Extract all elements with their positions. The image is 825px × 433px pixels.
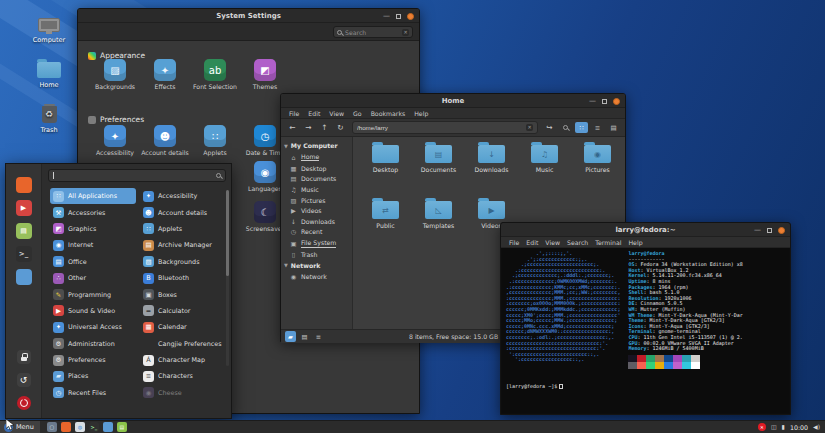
toggle-extra-pane-icon[interactable]: ≡	[313, 331, 324, 342]
folder-item[interactable]: ♫ Music	[518, 142, 571, 198]
sidebar-place-item[interactable]: ◉ Network	[281, 271, 352, 282]
home-titlebar[interactable]: Home —	[281, 94, 625, 108]
settings-search-input[interactable]	[345, 29, 399, 36]
sidebar-place-item[interactable]: ⌂ Home	[281, 151, 352, 163]
menu-application-item[interactable]: ◉ Cheese	[140, 385, 229, 401]
sidebar-place-item[interactable]: ◷ Recent	[281, 227, 352, 238]
media-player-launcher-icon[interactable]: ▶	[16, 200, 32, 216]
menubar-item[interactable]: File	[509, 239, 519, 246]
clock[interactable]: 10:00	[790, 424, 808, 431]
files-launcher-icon[interactable]	[16, 269, 32, 285]
menubar-item[interactable]: View	[545, 239, 560, 246]
menu-search-field[interactable]	[48, 169, 226, 182]
menu-application-item[interactable]: ✦ Accessibility	[140, 188, 229, 204]
maximize-button[interactable]	[396, 14, 401, 19]
menu-category-item[interactable]: ▶ Sound & Video	[50, 303, 136, 319]
menubar-item[interactable]: File	[289, 110, 299, 117]
maximize-button[interactable]	[767, 228, 772, 233]
close-button[interactable]	[407, 13, 414, 20]
menu-application-item[interactable]: Cangjie Preferences	[140, 336, 229, 352]
menu-application-item[interactable]: = Calculator	[140, 303, 229, 319]
settings-tile[interactable]: ✦ Accessibility	[90, 125, 140, 156]
menu-category-item[interactable]: ⚙ Administration	[50, 336, 136, 352]
menu-category-item[interactable]: ◷ Recent Files	[50, 385, 136, 401]
clear-location-icon[interactable]: ✕	[526, 124, 533, 131]
sidebar-place-item[interactable]: ▦ Desktop	[281, 163, 352, 174]
desktop-icon-computer[interactable]: Computer	[21, 18, 77, 44]
menu-category-item[interactable]: ⚒ Accessories	[50, 204, 136, 220]
compact-view-button[interactable]: ▤	[607, 122, 620, 133]
terminal-taskbar-icon[interactable]: >_	[89, 422, 99, 432]
lock-screen-icon[interactable]	[17, 350, 31, 364]
close-button[interactable]	[613, 98, 620, 105]
firefox-launcher-icon[interactable]	[16, 177, 32, 193]
menubar-item[interactable]: View	[329, 110, 344, 117]
menu-category-item[interactable]: ∴ Other	[50, 270, 136, 286]
menubar-item[interactable]: Bookmarks	[371, 110, 406, 117]
minimize-button[interactable]: —	[589, 100, 596, 103]
folder-item[interactable]: ◺ Templates	[412, 198, 465, 254]
menubar-item[interactable]: Go	[353, 110, 362, 117]
show-desktop-icon[interactable]: ▢	[47, 422, 57, 432]
collapse-arrow-icon[interactable]: ▼	[284, 262, 288, 268]
sidebar-place-item[interactable]: ↓ Downloads	[281, 216, 352, 227]
menu-category-item[interactable]: ✦ Universal Access	[50, 319, 136, 335]
sidebar-place-item[interactable]: ▨ Pictures	[281, 195, 352, 206]
list-view-button[interactable]: ≡	[591, 122, 604, 133]
logout-icon[interactable]: ↺	[17, 373, 31, 387]
location-bar[interactable]: ✕	[352, 121, 538, 134]
toggle-location-entry-icon[interactable]: ↪	[543, 121, 556, 134]
settings-tile[interactable]: ab Font Selection	[190, 59, 240, 90]
menu-scrollbar[interactable]	[226, 190, 229, 366]
menu-search-input[interactable]	[57, 172, 213, 179]
menubar-item[interactable]: Terminal	[595, 239, 621, 246]
toggle-treeview-icon[interactable]: ▤	[299, 331, 310, 342]
sidebar-place-item[interactable]: ▤ Documents	[281, 174, 352, 185]
volume-icon[interactable]: ◀)	[813, 424, 820, 430]
battery-icon[interactable]: ▮	[782, 424, 785, 430]
back-button[interactable]: ←	[286, 121, 299, 134]
terminal-launcher-icon[interactable]: >_	[16, 246, 32, 262]
minimize-button[interactable]: —	[754, 229, 761, 232]
scrollbar-thumb[interactable]	[226, 190, 229, 276]
menu-application-item[interactable]: ▤ Archive Manager	[140, 237, 229, 253]
menu-category-item[interactable]: ∷ All Applications	[50, 188, 136, 204]
menu-application-item[interactable]: ▨ Backgrounds	[140, 254, 229, 270]
settings-search-field[interactable]: ✕	[333, 26, 413, 38]
icon-view-button[interactable]: ∷	[575, 122, 588, 133]
menu-application-item[interactable]: ∷ Applets	[140, 221, 229, 237]
folder-item[interactable]: ◉ Pictures	[571, 142, 624, 198]
menubar-item[interactable]: Search	[567, 239, 588, 246]
menubar-item[interactable]: Help	[628, 239, 642, 246]
menubar-item[interactable]: Edit	[308, 110, 320, 117]
folder-item[interactable]: ▤ Documents	[412, 142, 465, 198]
files-taskbar-icon[interactable]	[103, 422, 113, 432]
menu-application-item[interactable]: ▦ Calendar	[140, 319, 229, 335]
desktop-icon-home[interactable]: Home	[21, 62, 77, 89]
terminal-titlebar[interactable]: larry@fedora:~ —	[501, 223, 790, 237]
menu-category-item[interactable]: ⚙ Preferences	[50, 352, 136, 368]
terminal-screen[interactable]: .',;::::;,'. .';:cccccccccccc:;,. .;cccc…	[502, 248, 789, 413]
menu-category-item[interactable]: ▰ Places	[50, 368, 136, 384]
menu-application-item[interactable]: ≡ Characters	[140, 368, 229, 384]
settings-titlebar[interactable]: System Settings —	[78, 9, 419, 23]
sidebar-place-item[interactable]: ▣ File System	[281, 237, 352, 249]
folder-item[interactable]: ↓ Downloads	[465, 142, 518, 198]
settings-tile[interactable]: ▨ Backgrounds	[90, 59, 140, 90]
folder-item[interactable]: ⇄ Public	[359, 198, 412, 254]
menu-category-item[interactable]: ◩ Graphics	[50, 221, 136, 237]
menu-application-item[interactable]: Á Character Map	[140, 352, 229, 368]
shutdown-icon[interactable]	[17, 396, 31, 410]
menu-category-item[interactable]: ✎ Programming	[50, 286, 136, 302]
desktop-icon-trash[interactable]: ♻ Trash	[21, 106, 77, 134]
location-input[interactable]	[357, 124, 523, 131]
network-header[interactable]: ▼ Network	[281, 260, 352, 271]
settings-tile[interactable]: ◩ Themes	[240, 59, 290, 90]
settings-tile[interactable]: ☻ Account details	[140, 125, 190, 156]
sidebar-place-item[interactable]: ♫ Music	[281, 184, 352, 195]
menu-application-item[interactable]: ▣ Boxes	[140, 286, 229, 302]
software-taskbar-icon[interactable]: ◍	[75, 422, 85, 432]
folder-item[interactable]: Desktop	[359, 142, 412, 198]
menubar-item[interactable]: Help	[414, 110, 428, 117]
toggle-places-icon[interactable]: ▰	[285, 331, 296, 342]
